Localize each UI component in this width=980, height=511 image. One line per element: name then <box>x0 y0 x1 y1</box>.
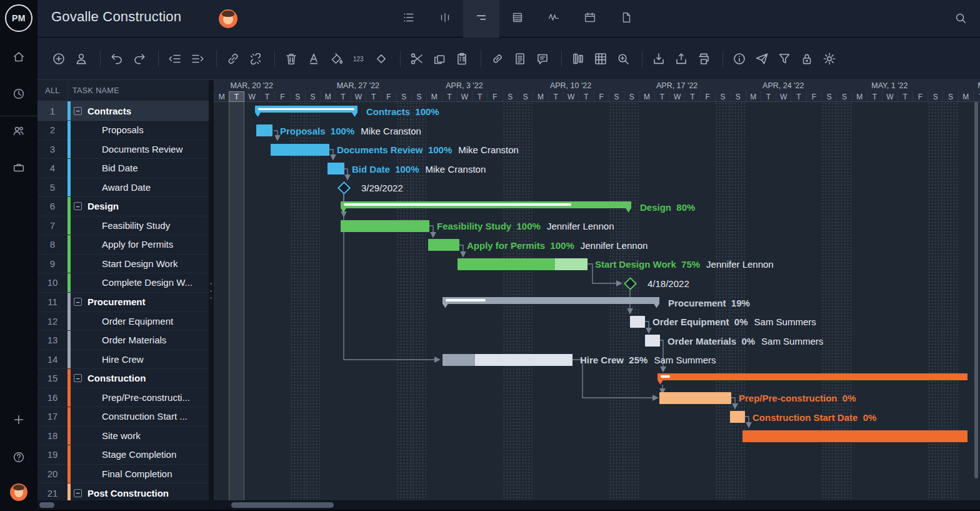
attachment-icon[interactable] <box>490 51 505 66</box>
info-icon[interactable] <box>732 51 747 66</box>
nav-sheet-view[interactable] <box>499 0 536 38</box>
scroll-thumb[interactable] <box>39 502 54 508</box>
export-icon[interactable] <box>674 51 689 66</box>
cut-icon[interactable] <box>409 51 424 66</box>
task-row-10[interactable]: 10Complete Design W... <box>38 273 209 293</box>
task-row-9[interactable]: 9Start Design Work <box>38 254 209 273</box>
row-number: 4 <box>38 159 68 178</box>
indent-icon[interactable] <box>190 51 205 66</box>
task-row-13[interactable]: 13Order Materials <box>38 331 209 350</box>
task-row-12[interactable]: 12Order Equipment <box>38 311 209 331</box>
task-bar-order-materials[interactable] <box>645 335 660 347</box>
collapse-icon[interactable]: – <box>74 298 82 306</box>
settings-icon[interactable] <box>822 51 837 66</box>
search-icon[interactable] <box>954 11 969 26</box>
recent-icon[interactable] <box>12 87 26 101</box>
task-row-4[interactable]: 4Bid Date <box>38 159 209 178</box>
pm-logo[interactable]: PM <box>5 4 32 32</box>
task-row-18[interactable]: 18Site work <box>38 426 209 445</box>
task-bar-apply-for-permits[interactable] <box>428 239 459 251</box>
task-row-21[interactable]: 21–Post Construction <box>38 483 209 500</box>
task-row-16[interactable]: 16Prep/Pre-constructi... <box>38 388 209 407</box>
column-header-all[interactable]: ALL <box>38 80 68 101</box>
task-row-5[interactable]: 5Award Date <box>38 178 209 197</box>
task-bar-order-equipment[interactable] <box>630 316 645 328</box>
summary-bar-contracts[interactable] <box>255 106 358 113</box>
task-bar-prep-pre-construction[interactable] <box>659 392 731 404</box>
comment-icon[interactable] <box>535 51 550 66</box>
redo-icon[interactable] <box>132 51 147 66</box>
summary-bar-construction[interactable] <box>658 373 968 380</box>
task-row-7[interactable]: 7Feasibility Study <box>38 216 209 235</box>
share-icon[interactable] <box>754 51 769 66</box>
help-icon[interactable] <box>12 450 26 464</box>
splitter-grip-icon[interactable] <box>210 283 212 299</box>
add-task-icon[interactable] <box>51 51 66 66</box>
task-row-19[interactable]: 19Stage Completion <box>38 445 209 465</box>
nav-workflow-view[interactable] <box>536 0 572 38</box>
home-icon[interactable] <box>12 50 26 64</box>
task-bar-feasibility-study[interactable] <box>341 220 429 232</box>
task-bar-site-work[interactable] <box>742 430 968 442</box>
paste-icon[interactable] <box>454 51 469 66</box>
unlink-dependency-icon[interactable] <box>248 51 263 66</box>
collapse-icon[interactable]: – <box>74 202 82 210</box>
task-bar-construction-start-date[interactable] <box>730 411 745 423</box>
text-style-icon[interactable] <box>306 51 321 66</box>
filter-icon[interactable] <box>777 51 792 66</box>
task-row-11[interactable]: 11–Procurement <box>38 293 209 312</box>
chart-hscrollbar[interactable] <box>214 500 980 510</box>
task-bar-proposals[interactable] <box>256 124 272 136</box>
task-row-3[interactable]: 3Documents Review <box>38 139 209 159</box>
task-row-1[interactable]: 1–Contracts <box>38 101 209 121</box>
notes-icon[interactable] <box>512 51 528 66</box>
collapse-icon[interactable]: – <box>74 489 82 497</box>
task-bar-documents-review[interactable] <box>271 144 329 156</box>
lock-icon[interactable] <box>799 51 814 66</box>
team-icon[interactable] <box>12 124 26 138</box>
fill-color-icon[interactable] <box>329 51 344 66</box>
task-row-15[interactable]: 15–Construction <box>38 369 209 388</box>
task-bar-bid-date[interactable] <box>328 163 344 175</box>
task-row-14[interactable]: 14Hire Crew <box>38 350 209 369</box>
add-icon[interactable] <box>12 413 26 427</box>
undo-icon[interactable] <box>109 51 124 66</box>
task-row-8[interactable]: 8Apply for Permits <box>38 235 209 255</box>
columns-icon[interactable] <box>571 51 586 66</box>
scroll-thumb[interactable] <box>231 502 334 508</box>
spreadsheet-icon[interactable] <box>593 51 608 66</box>
import-icon[interactable] <box>651 51 666 66</box>
summary-bar-procurement[interactable] <box>442 297 659 304</box>
task-name: Documents Review <box>102 139 182 158</box>
collapse-icon[interactable]: – <box>74 107 82 115</box>
link-dependency-icon[interactable] <box>226 51 241 66</box>
outdent-icon[interactable] <box>168 51 182 66</box>
row-number: 6 <box>38 197 68 216</box>
delete-icon[interactable] <box>284 51 299 66</box>
collapse-icon[interactable]: – <box>74 374 82 382</box>
project-owner-avatar[interactable] <box>219 9 238 28</box>
numbers-icon[interactable]: 123 <box>351 51 366 66</box>
nav-calendar-view[interactable] <box>572 0 608 38</box>
nav-board-view[interactable] <box>427 0 463 38</box>
task-row-20[interactable]: 20Final Completion <box>38 464 209 483</box>
task-bar-start-design-work[interactable] <box>458 258 588 270</box>
task-list-hscrollbar[interactable] <box>38 500 209 510</box>
milestone-icon[interactable] <box>374 51 389 66</box>
task-row-6[interactable]: 6–Design <box>38 197 209 216</box>
column-header-task-name[interactable]: TASK NAME <box>72 80 119 101</box>
copy-icon[interactable] <box>432 51 447 66</box>
portfolio-icon[interactable] <box>12 161 26 175</box>
nav-gantt-view[interactable] <box>463 0 499 38</box>
label-name-percent: Feasibility Study 100% <box>437 221 541 231</box>
task-row-2[interactable]: 2Proposals <box>38 121 209 140</box>
user-avatar[interactable] <box>10 483 28 501</box>
zoom-in-icon[interactable] <box>616 51 631 66</box>
nav-list-view[interactable] <box>391 0 427 38</box>
task-row-17[interactable]: 17Construction Start ... <box>38 407 209 427</box>
summary-bar-design[interactable] <box>341 201 631 208</box>
print-icon[interactable] <box>696 51 711 66</box>
task-bar-hire-crew[interactable] <box>442 354 572 366</box>
nav-docs-view[interactable] <box>608 0 644 38</box>
assign-user-icon[interactable] <box>74 51 89 66</box>
